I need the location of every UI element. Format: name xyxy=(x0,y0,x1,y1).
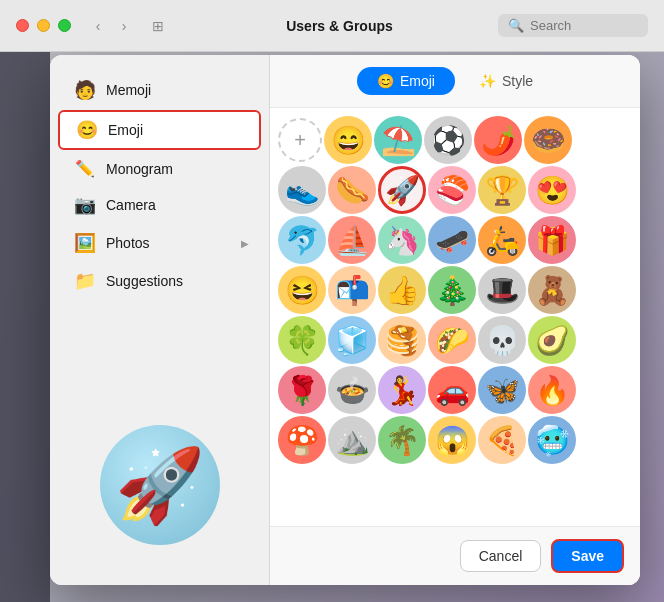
search-bar[interactable]: 🔍 xyxy=(498,14,648,37)
memoji-icon: 🧑 xyxy=(74,79,96,101)
emoji-cell[interactable]: ⛰️ xyxy=(328,416,376,464)
tab-style[interactable]: ✨ Style xyxy=(459,67,553,95)
emoji-cell[interactable]: 🚗 xyxy=(428,366,476,414)
emoji-cell[interactable]: 🍲 xyxy=(328,366,376,414)
emoji-cell[interactable]: 🥞 xyxy=(378,316,426,364)
emoji-cell-selected[interactable]: 🚀 xyxy=(378,166,426,214)
sidebar-item-suggestions-label: Suggestions xyxy=(106,273,183,289)
search-icon: 🔍 xyxy=(508,18,524,33)
plus-icon: + xyxy=(294,129,306,152)
sidebar-item-memoji[interactable]: 🧑 Memoji xyxy=(58,72,261,108)
emoji-cell[interactable]: 🐬 xyxy=(278,216,326,264)
emoji-row-5: 🌹 🍲 💃 🚗 🦋 🔥 xyxy=(278,366,632,414)
search-input[interactable] xyxy=(530,18,638,33)
sidebar-item-suggestions[interactable]: 📁 Suggestions xyxy=(58,263,261,299)
forward-button[interactable]: › xyxy=(113,15,135,37)
emoji-cell[interactable]: ⛱️ xyxy=(374,116,422,164)
emoji-cell[interactable]: 🍕 xyxy=(478,416,526,464)
photos-icon: 🖼️ xyxy=(74,232,96,254)
emoji-cell[interactable]: ⛵ xyxy=(328,216,376,264)
emoji-cell[interactable]: 😍 xyxy=(528,166,576,214)
style-tab-label: Style xyxy=(502,73,533,89)
emoji-cell[interactable]: 🍣 xyxy=(428,166,476,214)
emoji-cell[interactable]: 🌹 xyxy=(278,366,326,414)
style-tab-icon: ✨ xyxy=(479,73,496,89)
avatar-emoji: 🚀 xyxy=(115,443,205,528)
emoji-cell[interactable]: 🍩 xyxy=(524,116,572,164)
emoji-cell[interactable]: 🦋 xyxy=(478,366,526,414)
avatar-area: 🚀 xyxy=(50,300,269,569)
emoji-row-2: 🐬 ⛵ 🦄 🛹 🛵 🎁 xyxy=(278,216,632,264)
sidebar-item-camera-label: Camera xyxy=(106,197,156,213)
emoji-cell[interactable]: 🔥 xyxy=(528,366,576,414)
save-button[interactable]: Save xyxy=(551,539,624,573)
sidebar-item-monogram-label: Monogram xyxy=(106,161,173,177)
sidebar: 🧑 Memoji 😊 Emoji ✏️ Monogram 📷 Camera 🖼️… xyxy=(50,55,270,585)
sidebar-item-monogram[interactable]: ✏️ Monogram xyxy=(58,152,261,185)
tab-bar: 😊 Emoji ✨ Style xyxy=(270,55,640,108)
back-button[interactable]: ‹ xyxy=(87,15,109,37)
emoji-cell[interactable]: 🎄 xyxy=(428,266,476,314)
emoji-cell[interactable]: 💃 xyxy=(378,366,426,414)
right-panel: 😊 Emoji ✨ Style + 😄 ⛱️ ⚽ 🌶️ 🍩 xyxy=(270,55,640,585)
sidebar-item-camera[interactable]: 📷 Camera xyxy=(58,187,261,223)
emoji-icon: 😊 xyxy=(76,119,98,141)
emoji-tab-icon: 😊 xyxy=(377,73,394,89)
emoji-cell[interactable]: 🌮 xyxy=(428,316,476,364)
monogram-icon: ✏️ xyxy=(74,159,96,178)
grid-view-button[interactable]: ⊞ xyxy=(147,15,169,37)
emoji-cell[interactable]: 😄 xyxy=(324,116,372,164)
emoji-cell[interactable]: 👍 xyxy=(378,266,426,314)
sidebar-item-photos[interactable]: 🖼️ Photos xyxy=(58,225,261,261)
sidebar-item-memoji-label: Memoji xyxy=(106,82,151,98)
fullscreen-button[interactable] xyxy=(58,19,71,32)
sidebar-item-emoji-label: Emoji xyxy=(108,122,143,138)
minimize-button[interactable] xyxy=(37,19,50,32)
modal-footer: Cancel Save xyxy=(270,526,640,585)
emoji-cell[interactable]: 🛹 xyxy=(428,216,476,264)
traffic-lights xyxy=(16,19,71,32)
emoji-cell[interactable]: 😱 xyxy=(428,416,476,464)
emoji-cell[interactable]: 😆 xyxy=(278,266,326,314)
emoji-cell[interactable]: 🍄 xyxy=(278,416,326,464)
emoji-row-4: 🍀 🧊 🥞 🌮 💀 🥑 xyxy=(278,316,632,364)
emoji-cell[interactable]: 🌶️ xyxy=(474,116,522,164)
emoji-picker-modal: 🧑 Memoji 😊 Emoji ✏️ Monogram 📷 Camera 🖼️… xyxy=(50,55,640,585)
nav-buttons: ‹ › xyxy=(87,15,135,37)
tab-emoji[interactable]: 😊 Emoji xyxy=(357,67,455,95)
emoji-cell[interactable]: 🥶 xyxy=(528,416,576,464)
emoji-cell[interactable]: 🍀 xyxy=(278,316,326,364)
emoji-row-3: 😆 📬 👍 🎄 🎩 🧸 xyxy=(278,266,632,314)
emoji-cell[interactable]: ⚽ xyxy=(424,116,472,164)
emoji-cell[interactable]: 🎩 xyxy=(478,266,526,314)
emoji-row-0: + 😄 ⛱️ ⚽ 🌶️ 🍩 xyxy=(278,116,632,164)
emoji-row-6: 🍄 ⛰️ 🌴 😱 🍕 🥶 xyxy=(278,416,632,464)
emoji-grid: + 😄 ⛱️ ⚽ 🌶️ 🍩 👟 🌭 🚀 🍣 🏆 😍 🐬 ⛵ xyxy=(270,108,640,526)
close-button[interactable] xyxy=(16,19,29,32)
emoji-row-1: 👟 🌭 🚀 🍣 🏆 😍 xyxy=(278,166,632,214)
sidebar-item-emoji[interactable]: 😊 Emoji xyxy=(58,110,261,150)
titlebar: ‹ › ⊞ Users & Groups 🔍 xyxy=(0,0,664,52)
sidebar-background xyxy=(0,52,50,602)
emoji-cell[interactable]: 👟 xyxy=(278,166,326,214)
suggestions-icon: 📁 xyxy=(74,270,96,292)
add-emoji-button[interactable]: + xyxy=(278,118,322,162)
cancel-button[interactable]: Cancel xyxy=(460,540,542,572)
emoji-cell[interactable]: 🎁 xyxy=(528,216,576,264)
sidebar-item-photos-label: Photos xyxy=(106,235,150,251)
emoji-cell[interactable]: 📬 xyxy=(328,266,376,314)
emoji-tab-label: Emoji xyxy=(400,73,435,89)
emoji-cell[interactable]: 🛵 xyxy=(478,216,526,264)
emoji-cell[interactable]: 🦄 xyxy=(378,216,426,264)
emoji-cell[interactable]: 🌭 xyxy=(328,166,376,214)
emoji-cell[interactable]: 🥑 xyxy=(528,316,576,364)
emoji-cell[interactable]: 🌴 xyxy=(378,416,426,464)
emoji-cell[interactable]: 🏆 xyxy=(478,166,526,214)
avatar: 🚀 xyxy=(100,425,220,545)
emoji-cell[interactable]: 🧸 xyxy=(528,266,576,314)
camera-icon: 📷 xyxy=(74,194,96,216)
emoji-cell[interactable]: 🧊 xyxy=(328,316,376,364)
window-title: Users & Groups xyxy=(181,18,498,34)
emoji-cell[interactable]: 💀 xyxy=(478,316,526,364)
